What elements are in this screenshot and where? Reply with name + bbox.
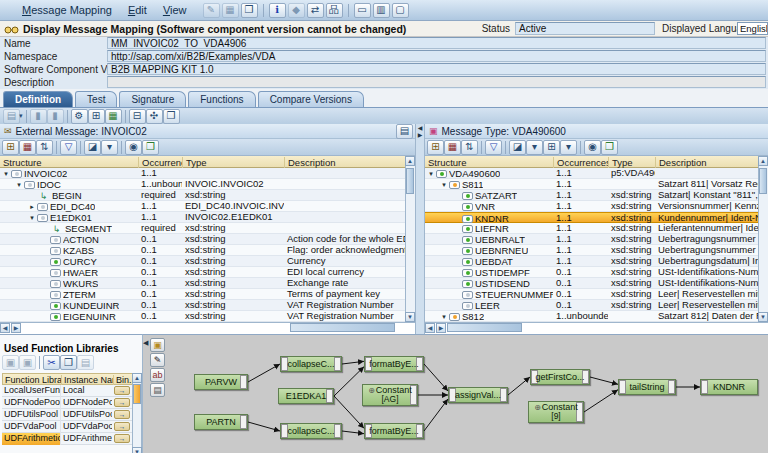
sort-icon[interactable]: ⇅ (461, 140, 478, 155)
binding-arrow-button[interactable]: → (114, 386, 130, 395)
table-view-icon[interactable]: ▦ (105, 109, 122, 124)
graph-node-format2[interactable]: formatByE... (364, 423, 424, 439)
col-description[interactable]: Description (655, 157, 758, 168)
grid-icon[interactable]: ▦ (444, 140, 461, 155)
new-doc-icon[interactable]: ⊞ (543, 140, 560, 155)
col-binding[interactable]: Bin... (113, 375, 134, 385)
library-row-udfnodepool[interactable]: UDFNodePoolUDFNodePool→ (2, 397, 133, 409)
graph-node-e1edka1[interactable]: E1EDKA1 (278, 388, 334, 404)
source-row-action[interactable]: ACTION0..1xsd:stringAction code for the … (0, 234, 405, 245)
copy-xml-icon[interactable]: ❐ (142, 140, 159, 155)
binding-arrow-button[interactable]: → (114, 422, 130, 431)
graph-node-kndnr[interactable]: KNDNR (700, 379, 758, 395)
col-occurrences[interactable]: Occurrences (138, 157, 182, 168)
col-structure[interactable]: Structure (425, 157, 553, 168)
mapping-options-icon[interactable]: ▾ (526, 140, 543, 155)
target-row-ustidsend[interactable]: USTIDSEND0..1xsd:stringUSt-Identifikatio… (425, 278, 758, 289)
menu-edit[interactable]: Edit (120, 3, 155, 17)
graph-node-partn[interactable]: PARTN (194, 414, 248, 430)
target-row-uebdat[interactable]: UEBDAT1..1xsd:stringUebertragungsdatum| … (425, 256, 758, 267)
source-row-hwaer[interactable]: HWAER0..1xsd:stringEDI local currency (0, 267, 405, 278)
description-field[interactable] (107, 76, 766, 88)
target-row-liefnr[interactable]: LIEFNR1..1xsd:stringLieferantennummer| I… (425, 223, 758, 234)
settings-icon[interactable]: ⚙ (71, 109, 88, 124)
binding-arrow-button[interactable]: → (114, 434, 130, 443)
source-row-edi_dc40[interactable]: ▸EDI_DC401..1EDI_DC40.INVOIC.INVOIC02 (0, 201, 405, 212)
target-row-vda490600[interactable]: ▾VDA4906001..1p5:VDA490600 (425, 168, 758, 179)
source-row-e1edk01[interactable]: ▾E1EDK011..1INVOIC02.E1EDK01 (0, 212, 405, 223)
menu-message-mapping[interactable]: Message Mapping (14, 3, 120, 17)
target-row-steuernummer[interactable]: STEUERNUMMER0..1xsd:stringLeer| Reserves… (425, 289, 758, 300)
graph-node-constAG[interactable]: ⊕Constant[AG] (362, 384, 418, 406)
col-instance-name[interactable]: Instance Name (61, 375, 113, 385)
paste-icon[interactable]: ▤ (150, 383, 165, 397)
target-row-ustidempf[interactable]: USTIDEMPF0..1xsd:stringUSt-Identifikatio… (425, 267, 758, 278)
graph-node-const9[interactable]: ⊕Constant[9] (528, 401, 584, 423)
library-row-udfutilspool[interactable]: UDFUtilsPoolUDFUtilsPool→ (2, 409, 133, 421)
target-row-uebnrneu[interactable]: UEBNRNEU1..1xsd:stringUebertragungsnumme… (425, 245, 758, 256)
new-document-icon[interactable]: ⊞ (88, 109, 105, 124)
collapse-node-icon[interactable]: ▾ (439, 180, 449, 190)
displayed-language-select[interactable]: English (737, 22, 768, 35)
col-type[interactable]: Type (608, 157, 655, 168)
library-row-localuserfuncti[interactable]: LocalUserFunctiLocal→ (2, 385, 133, 397)
col-occurrences[interactable]: Occurrences (553, 157, 608, 168)
sort-icon[interactable]: ⇅ (36, 140, 53, 155)
mapping-options-icon[interactable]: ▾ (101, 140, 118, 155)
collapse-node-icon[interactable]: ▾ (27, 213, 37, 223)
source-row-wkurs[interactable]: WKURS0..1xsd:stringExchange rate (0, 278, 405, 289)
source-row-kundeuinr[interactable]: KUNDEUINR0..1xsd:stringVAT Registration … (0, 300, 405, 311)
source-row-begin[interactable]: ↳BEGINrequiredxsd:string (0, 190, 405, 201)
navigation-icon[interactable]: ✣ (146, 109, 163, 124)
source-row-invoic02[interactable]: ▾INVOIC021..1 (0, 168, 405, 179)
col-structure[interactable]: Structure (0, 157, 138, 168)
col-description[interactable]: Description (284, 157, 405, 168)
target-horizontal-scrollbar[interactable]: ◀ ▶ (425, 322, 768, 333)
source-row-curcy[interactable]: CURCY0..1xsd:stringCurrency (0, 256, 405, 267)
filter-icon[interactable]: ▽ (485, 140, 502, 155)
col-type[interactable]: Type (182, 157, 284, 168)
menu-view[interactable]: View (155, 3, 195, 17)
doc-options-icon[interactable]: ▾ (560, 140, 577, 155)
copy-xml-icon[interactable]: ❐ (601, 140, 618, 155)
target-row-uebnralt[interactable]: UEBNRALT1..1xsd:stringUebertragungsnumme… (425, 234, 758, 245)
hierarchy-icon[interactable]: 品 (326, 3, 343, 18)
target-row-leer[interactable]: LEER0..1xsd:stringLeer| Reservestellen m… (425, 300, 758, 311)
source-vertical-scrollbar[interactable]: ▲ ▼ (405, 156, 415, 322)
graph-node-assignval[interactable]: assignVal... (448, 387, 508, 403)
graph-node-parvw[interactable]: PARVW (194, 374, 248, 390)
clear-mapping-icon[interactable]: ◪ (509, 140, 526, 155)
target-row-s811[interactable]: ▾S8111..1Satzart 811| Vorsatz Rechnungsd… (425, 179, 758, 190)
collapse-divider-arrow[interactable]: ◀ (143, 339, 148, 347)
show-data-flow-icon[interactable]: ▣ (150, 338, 165, 352)
cut-icon[interactable]: ✂ (43, 355, 60, 370)
source-row-zterm[interactable]: ZTERM0..1xsd:stringTerms of payment key (0, 289, 405, 300)
target-row-satzart[interactable]: SATZART1..1xsd:stringSatzart| Konstant "… (425, 190, 758, 201)
source-horizontal-scrollbar[interactable]: ◀ ▶ (0, 322, 415, 333)
status-field[interactable]: Active (515, 22, 655, 35)
graph-node-tailstring[interactable]: tailString (618, 379, 676, 395)
target-vertical-scrollbar[interactable]: ▲ ▼ (758, 156, 768, 322)
tab-test[interactable]: Test (75, 91, 117, 107)
software-component-version-field[interactable]: B2B MAPPING KIT 1.0 (107, 63, 766, 75)
graph-node-collapse1[interactable]: collapseC... (280, 356, 342, 372)
collapse-node-icon[interactable]: ▾ (1, 169, 11, 179)
clear-mapping-icon[interactable]: ◪ (84, 140, 101, 155)
filter-icon[interactable]: ▽ (60, 140, 77, 155)
namespace-field[interactable]: http://sap.com/xi/B2B/Examples/VDA (107, 50, 766, 62)
source-row-segment[interactable]: ↳SEGMENTrequiredxsd:string (0, 223, 405, 234)
source-row-idoc[interactable]: ▾IDOC1..unboundedINVOIC.INVOIC02 (0, 179, 405, 190)
columns-icon[interactable]: ▥ (373, 3, 390, 18)
info-icon[interactable]: ℹ (269, 3, 286, 18)
tab-functions[interactable]: Functions (188, 91, 255, 107)
copy-object-icon[interactable]: ❐ (241, 3, 258, 18)
collapse-node-icon[interactable]: ▾ (14, 180, 24, 190)
source-row-kzabs[interactable]: KZABS0..1xsd:stringFlag: order acknowled… (0, 245, 405, 256)
graph-node-collapse2[interactable]: collapseC... (280, 423, 342, 439)
binding-arrow-button[interactable]: → (114, 410, 130, 419)
dependencies-icon[interactable]: ⊟ (129, 109, 146, 124)
print-icon[interactable]: ▭ (354, 3, 371, 18)
copy-icon[interactable]: ❐ (60, 355, 77, 370)
tree-icon[interactable]: ⊞ (427, 140, 444, 155)
tree-icon[interactable]: ⊞ (2, 140, 19, 155)
